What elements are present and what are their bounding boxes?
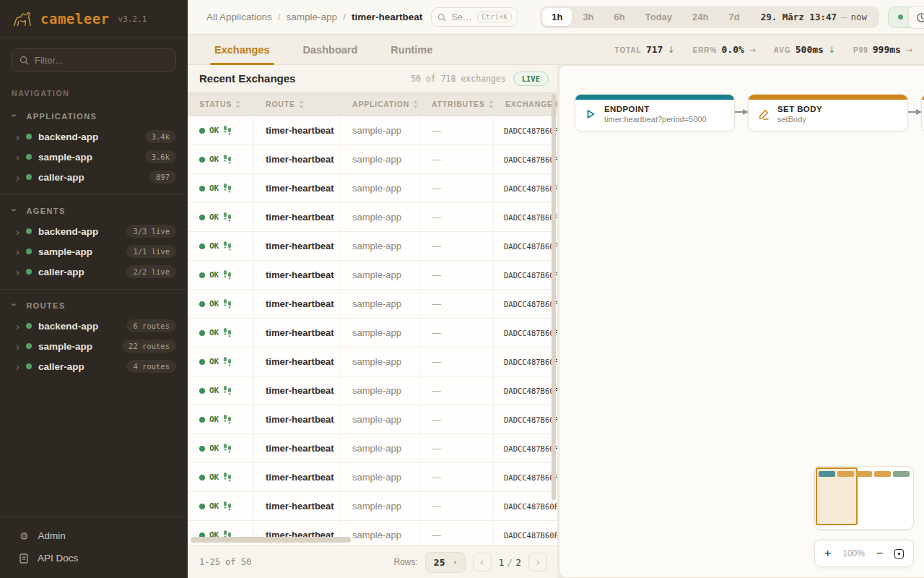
- cell-attributes: —: [420, 405, 494, 434]
- play-icon: [584, 108, 597, 121]
- ok-dot-icon: [199, 128, 205, 134]
- logo-row[interactable]: cameleer v3.2.1: [0, 0, 188, 38]
- count-badge: 3.4k: [145, 130, 176, 143]
- ok-dot-icon: [199, 388, 205, 394]
- table-row[interactable]: OKtimer-heartbeatsample-app—DADCC487B60F…: [188, 261, 557, 290]
- footprints-icon: [223, 386, 232, 395]
- cell-status: OK: [188, 261, 254, 289]
- tab-runtime[interactable]: Runtime: [389, 44, 434, 64]
- exchange-id-value: DADCC487B60F8: [504, 531, 557, 540]
- table-row[interactable]: OKtimer-heartbeatsample-app—DADCC487B60F…: [188, 492, 557, 521]
- application-value: sample-app: [352, 212, 401, 223]
- breadcrumb-separator: /: [343, 12, 346, 22]
- node-partial[interactable]: [921, 94, 924, 131]
- trend-flat-arrow-icon: →: [905, 45, 912, 55]
- node-endpoint[interactable]: ENDPOINT timer:heartbeat?period=5000: [575, 94, 735, 131]
- fit-view-icon[interactable]: [894, 549, 904, 558]
- table-row[interactable]: OKtimer-heartbeatsample-app—DADCC487B60F…: [188, 232, 557, 261]
- sidebar-item-label: sample-app: [38, 341, 92, 352]
- column-header-attributes[interactable]: ATTRIBUTES: [420, 100, 494, 108]
- table-row[interactable]: OKtimer-heartbeatsample-app—DADCC487B60F…: [188, 376, 557, 405]
- table-row[interactable]: OKtimer-heartbeatsample-app—DADCC487B60F…: [188, 405, 557, 434]
- sidebar-item-sample-app[interactable]: ›sample-app3.6k: [0, 147, 188, 167]
- sidebar-item-caller-app[interactable]: ›caller-app2/2 live: [0, 262, 188, 282]
- cell-route: timer-heartbeat: [254, 376, 341, 405]
- date-range-display[interactable]: 29. März 13:47—now: [749, 12, 877, 22]
- next-page-button[interactable]: ›: [528, 553, 547, 571]
- exchanges-header: Recent Exchanges 50 of 718 exchanges LIV…: [188, 65, 557, 92]
- table-row[interactable]: OKtimer-heartbeatsample-app—DADCC487B60F…: [188, 174, 557, 203]
- table-row[interactable]: OKtimer-heartbeatsample-app—DADCC487B60F…: [188, 463, 557, 492]
- time-range-6h[interactable]: 6h: [605, 8, 635, 26]
- sidebar-item-caller-app[interactable]: ›caller-app4 routes: [0, 356, 188, 376]
- refresh-interval-button[interactable]: [908, 6, 924, 29]
- chevron-down-icon: ›: [9, 303, 20, 307]
- table-row[interactable]: OKtimer-heartbeatsample-app—DADCC487B60F…: [188, 116, 557, 145]
- table-row[interactable]: OKtimer-heartbeatsample-app—DADCC487B60F…: [188, 348, 557, 376]
- column-header-application[interactable]: APPLICATION: [341, 100, 420, 108]
- admin-label: Admin: [38, 530, 66, 541]
- application-value: sample-app: [352, 183, 401, 194]
- exchange-id-value: DADCC487B60F8: [504, 358, 557, 366]
- breadcrumb-all-applications[interactable]: All Applications: [206, 12, 272, 22]
- edge-arrow-icon: [908, 108, 923, 116]
- breadcrumb-sample-app[interactable]: sample-app: [287, 12, 338, 22]
- navigation-heading: NAVIGATION: [12, 89, 176, 98]
- sidebar-item-backend-app[interactable]: ›backend-app3/3 live: [0, 221, 188, 241]
- tab-exchanges[interactable]: Exchanges: [213, 44, 271, 64]
- minimap-node-bar: [819, 471, 835, 477]
- tab-dashboard[interactable]: Dashboard: [302, 44, 359, 64]
- footprints-icon: [223, 444, 232, 453]
- table-row[interactable]: OKtimer-heartbeatsample-app—DADCC487B60F…: [188, 145, 557, 174]
- section-header-agents[interactable]: ›AGENTS: [0, 198, 188, 221]
- cell-attributes: —: [420, 174, 494, 202]
- time-range-24h[interactable]: 24h: [683, 8, 718, 26]
- table-row[interactable]: OKtimer-heartbeatsample-app—DADCC487B60F…: [188, 290, 557, 319]
- table-row[interactable]: OKtimer-heartbeatsample-app—DADCC487B60F…: [188, 319, 557, 348]
- time-range-today[interactable]: Today: [636, 8, 681, 26]
- total-pages: 2: [515, 557, 521, 568]
- sidebar-item-backend-app[interactable]: ›backend-app6 routes: [0, 316, 188, 336]
- column-header-status[interactable]: STATUS: [188, 100, 254, 108]
- exchange-id-value: DADCC487B60F8: [504, 444, 557, 453]
- count-badge: 4 routes: [126, 360, 176, 373]
- node-set-body[interactable]: SET BODY setBody: [748, 94, 908, 131]
- status-value: OK: [209, 241, 219, 251]
- column-label: ATTRIBUTES: [432, 100, 485, 108]
- minimap[interactable]: [814, 466, 914, 530]
- time-range-3h[interactable]: 3h: [573, 8, 603, 26]
- column-header-route[interactable]: ROUTE: [254, 100, 341, 108]
- attributes-value: —: [432, 530, 441, 540]
- table-row[interactable]: OKtimer-heartbeatsample-app—DADCC487B60F…: [188, 203, 557, 232]
- route-diagram-canvas[interactable]: ENDPOINT timer:heartbeat?period=5000 SET…: [559, 65, 924, 578]
- attributes-value: —: [432, 269, 441, 280]
- sidebar-item-caller-app[interactable]: ›caller-app897: [0, 167, 188, 187]
- sidebar-item-sample-app[interactable]: ›sample-app22 routes: [0, 336, 188, 356]
- vertical-scrollbar[interactable]: [552, 94, 556, 500]
- section-header-routes[interactable]: ›ROUTES: [0, 293, 188, 316]
- column-header-exchange-id[interactable]: EXCHANGE ID: [494, 100, 557, 108]
- horizontal-scrollbar[interactable]: [191, 537, 351, 543]
- sidebar-item-admin[interactable]: ⚙ Admin: [0, 525, 188, 547]
- zoom-out-button[interactable]: −: [876, 548, 883, 559]
- status-value: OK: [209, 444, 219, 453]
- table-row[interactable]: OKtimer-heartbeatsample-app—DADCC487B60F…: [188, 434, 557, 463]
- route-value: timer-heartbeat: [266, 443, 334, 454]
- rows-per-page-select[interactable]: 25 ▾: [425, 552, 466, 573]
- filter-input[interactable]: Filter...: [12, 48, 176, 72]
- zoom-in-button[interactable]: +: [824, 548, 831, 559]
- sidebar-item-sample-app[interactable]: ›sample-app1/1 live: [0, 241, 188, 262]
- sidebar-item-api-docs[interactable]: API Docs: [0, 547, 188, 569]
- app-name: cameleer: [40, 11, 110, 27]
- search-button[interactable]: Se… Ctrl+K: [431, 7, 518, 27]
- cell-attributes: —: [420, 348, 494, 376]
- time-range-7d[interactable]: 7d: [719, 8, 749, 26]
- section-header-applications[interactable]: ›APPLICATIONS: [0, 103, 188, 126]
- sidebar-item-backend-app[interactable]: ›backend-app3.4k: [0, 126, 188, 147]
- time-range-1h[interactable]: 1h: [542, 8, 572, 26]
- prev-page-button[interactable]: ‹: [473, 553, 492, 571]
- status-dot-icon: [26, 269, 32, 275]
- status-dot-icon: [26, 343, 32, 349]
- cell-route: timer-heartbeat: [254, 405, 341, 434]
- route-value: timer-heartbeat: [266, 269, 334, 280]
